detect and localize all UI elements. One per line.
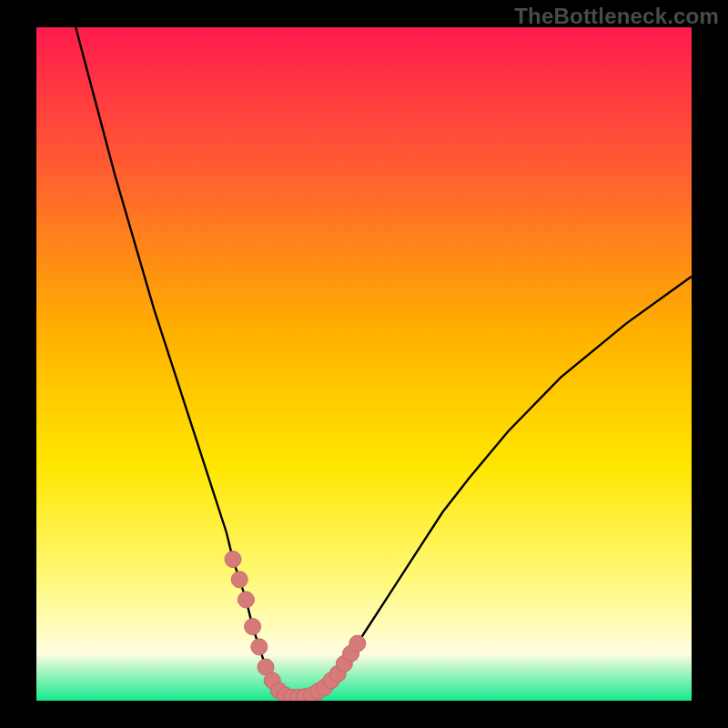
bottleneck-chart <box>36 27 692 701</box>
curve-marker <box>238 592 254 608</box>
curve-marker <box>251 639 268 655</box>
chart-container: TheBottleneck.com <box>0 0 728 728</box>
watermark-text: TheBottleneck.com <box>514 4 719 29</box>
curve-marker <box>231 571 248 588</box>
gradient-background <box>36 27 692 701</box>
curve-marker <box>349 635 366 652</box>
curve-marker <box>225 551 241 568</box>
curve-marker <box>245 619 261 635</box>
plot-area <box>36 27 692 701</box>
